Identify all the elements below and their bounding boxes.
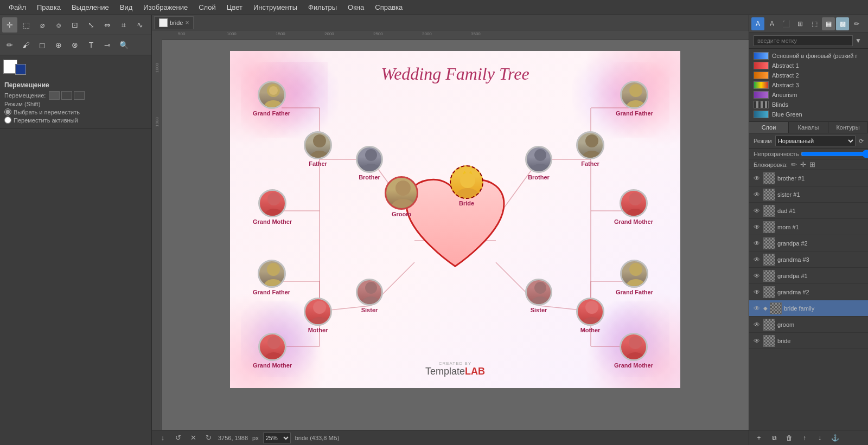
pencil-tool[interactable]: ✏ bbox=[2, 37, 17, 53]
layer-eye-3[interactable]: 👁 bbox=[752, 223, 761, 231]
bar-btn-1[interactable]: ↓ bbox=[157, 433, 168, 443]
layer-item-2[interactable]: 👁 dad #1 bbox=[749, 203, 868, 219]
layer-eye-1[interactable]: 👁 bbox=[752, 191, 761, 198]
layer-anchor-icon[interactable]: ◆ bbox=[763, 305, 768, 311]
clone-tool[interactable]: ⊕ bbox=[51, 37, 66, 53]
mode-extra-icon[interactable]: ⟳ bbox=[859, 138, 864, 145]
opacity-slider[interactable] bbox=[801, 150, 868, 158]
lasso-tool[interactable]: ⌀ bbox=[35, 17, 50, 33]
menu-select[interactable]: Выделение bbox=[67, 2, 113, 12]
filter-arrow-icon[interactable]: ▼ bbox=[853, 37, 864, 44]
fuzzy-select-tool[interactable]: ⌾ bbox=[51, 17, 66, 33]
color-item-3[interactable]: Abstract 3 bbox=[751, 80, 866, 90]
layer-item-10[interactable]: 👁 bride bbox=[749, 333, 868, 349]
menu-view[interactable]: Вид bbox=[116, 2, 137, 12]
menu-color[interactable]: Цвет bbox=[222, 2, 247, 12]
radio-move-active-input[interactable] bbox=[4, 117, 11, 124]
tab-paths[interactable]: Контуры bbox=[828, 122, 868, 133]
menu-tools[interactable]: Инструменты bbox=[249, 2, 302, 12]
background-color[interactable] bbox=[15, 64, 26, 75]
radio-move-active[interactable]: Переместить активный bbox=[4, 117, 147, 124]
rp-icon-1[interactable]: A bbox=[751, 17, 764, 30]
layer-eye-5[interactable]: 👁 bbox=[752, 256, 761, 263]
lock-pen-icon[interactable]: ✏ bbox=[791, 160, 797, 169]
layer-item-9[interactable]: 👁 groom bbox=[749, 317, 868, 333]
bar-btn-2[interactable]: ↺ bbox=[173, 433, 183, 443]
canvas-viewport[interactable]: Wedding Family Tree bbox=[162, 40, 749, 434]
color-item-4[interactable]: Aneurism bbox=[751, 90, 866, 100]
flip-tool[interactable]: ⇔ bbox=[100, 17, 115, 33]
tab-channels[interactable]: Каналы bbox=[789, 122, 828, 133]
rp-icon-6[interactable]: ▦ bbox=[822, 17, 835, 30]
move-tool[interactable]: ✛ bbox=[2, 17, 17, 33]
rp-icon-2[interactable]: A bbox=[765, 17, 778, 30]
warp-tool[interactable]: ∿ bbox=[132, 17, 148, 33]
heal-tool[interactable]: ⊗ bbox=[67, 37, 82, 53]
layer-eye-9[interactable]: 👁 bbox=[752, 321, 761, 328]
rect-select-tool[interactable]: ⬚ bbox=[18, 17, 34, 33]
transform-tool[interactable]: ⤡ bbox=[84, 17, 99, 33]
bar-btn-4[interactable]: ↻ bbox=[203, 433, 214, 443]
layer-anchor-btn[interactable]: ⚓ bbox=[828, 431, 841, 444]
layer-up-icon[interactable]: ↑ bbox=[798, 431, 811, 444]
layer-item-5[interactable]: 👁 grandma #3 bbox=[749, 251, 868, 268]
color-item-0[interactable]: Основной в фоновый (резкий г bbox=[751, 51, 866, 61]
layer-item-1[interactable]: 👁 sister #1 bbox=[749, 186, 868, 203]
rp-icon-7[interactable]: ▩ bbox=[836, 17, 849, 30]
layer-eye-2[interactable]: 👁 bbox=[752, 207, 761, 215]
layer-item-0[interactable]: 👁 brother #1 bbox=[749, 170, 868, 186]
color-item-5[interactable]: Blinds bbox=[751, 100, 866, 109]
menu-image[interactable]: Изображение bbox=[139, 2, 192, 12]
eraser-tool[interactable]: ◻ bbox=[35, 37, 50, 53]
canvas-tab-close[interactable]: × bbox=[185, 19, 189, 27]
layer-eye-4[interactable]: 👁 bbox=[752, 240, 761, 247]
lock-move-icon[interactable]: ✛ bbox=[800, 160, 806, 169]
layer-item-6[interactable]: 👁 grandpa #1 bbox=[749, 268, 868, 284]
document-tab[interactable]: bride × bbox=[154, 16, 194, 29]
lock-all-icon[interactable]: ⊞ bbox=[809, 160, 815, 169]
menu-layer[interactable]: Слой bbox=[194, 2, 220, 12]
text-tool[interactable]: T bbox=[84, 37, 99, 53]
color-item-2[interactable]: Abstract 2 bbox=[751, 70, 866, 80]
crop-tool[interactable]: ⊡ bbox=[67, 17, 82, 33]
menu-edit[interactable]: Правка bbox=[33, 2, 65, 12]
menu-filters[interactable]: Фильтры bbox=[304, 2, 341, 12]
rp-icon-4[interactable]: ⊞ bbox=[794, 17, 807, 30]
rp-icon-5[interactable]: ⬚ bbox=[808, 17, 821, 30]
zoom-select[interactable]: 25% 50% 100% bbox=[263, 433, 291, 443]
rp-icon-8[interactable]: ✏ bbox=[850, 17, 863, 30]
layer-new-icon[interactable]: + bbox=[752, 431, 765, 444]
color-item-1[interactable]: Abstract 1 bbox=[751, 61, 866, 70]
menu-file[interactable]: Файл bbox=[4, 2, 30, 12]
measure-tool[interactable]: ⊸ bbox=[100, 37, 115, 53]
radio-select-move[interactable]: Выбрать и переместить bbox=[4, 108, 147, 115]
move-mode-btn1[interactable] bbox=[49, 91, 60, 100]
layer-down-icon[interactable]: ↓ bbox=[813, 431, 826, 444]
layer-item-8[interactable]: 👁 ◆ bride family bbox=[749, 300, 868, 317]
layer-del-icon[interactable]: 🗑 bbox=[783, 431, 796, 444]
layer-dup-icon[interactable]: ⧉ bbox=[768, 431, 781, 444]
mode-select[interactable]: Нормальный bbox=[775, 136, 856, 146]
layer-eye-0[interactable]: 👁 bbox=[752, 175, 761, 182]
layer-eye-10[interactable]: 👁 bbox=[752, 337, 761, 345]
layer-eye-8[interactable]: 👁 bbox=[752, 305, 761, 312]
menu-windows[interactable]: Окна bbox=[343, 2, 368, 12]
layer-eye-6[interactable]: 👁 bbox=[752, 272, 761, 280]
move-mode-btn3[interactable] bbox=[74, 91, 85, 100]
layer-item-3[interactable]: 👁 mom #1 bbox=[749, 219, 868, 235]
filter-input[interactable] bbox=[754, 35, 853, 46]
bar-btn-3[interactable]: ✕ bbox=[188, 433, 199, 443]
move-mode-btn2[interactable] bbox=[61, 91, 72, 100]
svg-point-39 bbox=[362, 164, 380, 173]
tab-layers[interactable]: Слои bbox=[749, 122, 789, 133]
color-item-6[interactable]: Blue Green bbox=[751, 109, 866, 119]
layer-eye-7[interactable]: 👁 bbox=[752, 288, 761, 296]
radio-select-move-input[interactable] bbox=[4, 108, 11, 115]
cage-tool[interactable]: ⌗ bbox=[116, 17, 131, 33]
layer-item-7[interactable]: 👁 grandma #2 bbox=[749, 284, 868, 300]
brush-tool[interactable]: 🖌 bbox=[18, 37, 34, 53]
menu-help[interactable]: Справка bbox=[371, 2, 407, 12]
rp-icon-3[interactable]: ⬛ bbox=[780, 17, 793, 30]
zoom-tool[interactable]: 🔍 bbox=[116, 37, 131, 53]
layer-item-4[interactable]: 👁 grandpa #2 bbox=[749, 235, 868, 251]
